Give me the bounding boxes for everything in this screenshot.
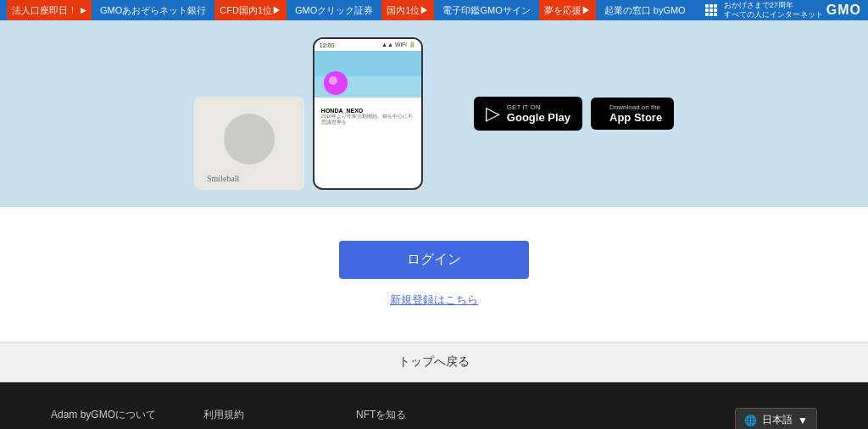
svg-point-3 [240,127,247,134]
top-nav: 法人口座即日！ ▶ GMOあおぞらネット銀行 CFD国内1位▶ GMOクリック証… [0,0,868,20]
footer-grid: Adam byGMOについて ヘルプ お問い合わせ NFTを出品(個人) NFT… [51,408,817,429]
svg-point-2 [232,116,266,153]
grid-icon [705,4,717,16]
footer-link-nft-learn[interactable]: NFTを知る [356,408,458,422]
nav-item-houjin[interactable]: 法人口座即日！ ▶ [7,0,92,20]
footer: Adam byGMOについて ヘルプ お問い合わせ NFTを出品(個人) NFT… [0,382,868,429]
hero-images: Smileball 12:00 ▲▲ WiFi 🔋 HONDA_NEXO 201… [194,37,423,190]
svg-point-1 [225,111,273,159]
register-link[interactable]: 新規登録はこちら [390,292,478,308]
svg-line-7 [259,122,265,129]
svg-point-13 [329,76,337,85]
google-play-icon: ▷ [486,103,500,125]
footer-col-4: 🌐 日本語 ▼ GMO GlobalSign secure 🔒 最大の [475,408,817,429]
nav-item-domestic[interactable]: 国内1位▶ [381,0,434,20]
gmo-logo-text: GMO [826,3,861,18]
phone-profile-bg [314,51,421,98]
footer-link-terms[interactable]: 利用規約 [203,408,339,422]
footer-col-2: 利用規約 特定商取引法に基づく表記 [203,408,339,429]
nav-item-startup[interactable]: 起業の窓口 byGMO [599,0,691,20]
phone-status-bar: 12:00 ▲▲ WiFi 🔋 [314,39,421,51]
svg-text:Smileball: Smileball [198,180,226,187]
nav-item-sign[interactable]: 電子印鑑GMOサイン [437,0,535,20]
google-play-button[interactable]: ▷ GET IT ON Google Play [474,97,582,131]
gmo-logo-top: おかげさまで27周年すべての人にインターネット GMO [724,1,861,20]
nav-item-dream[interactable]: 夢を応援▶ [539,0,596,20]
language-selector[interactable]: 🌐 日本語 ▼ [735,408,817,429]
hero-section: Smileball 12:00 ▲▲ WiFi 🔋 HONDA_NEXO 201… [0,20,868,207]
nav-item-click[interactable]: GMOクリック証券 [290,0,378,20]
svg-line-5 [230,122,236,129]
nav-item-aozora[interactable]: GMOあおぞらネット銀行 [95,0,211,20]
top-nav-right: おかげさまで27周年すべての人にインターネット GMO [705,1,861,20]
back-to-top[interactable]: トップへ戻る [0,342,868,382]
hero-phone-mockup: 12:00 ▲▲ WiFi 🔋 HONDA_NEXO 2016年より作家活動開始… [313,37,423,190]
nav-item-cfd[interactable]: CFD国内1位▶ [214,0,287,20]
svg-point-4 [252,127,259,134]
chevron-down-icon: ▼ [798,415,808,426]
footer-col-3: NFTを知る [356,408,458,429]
phone-info: HONDA_NEXO 2016年より作家活動開始。猫を中心に不思議世界を [314,98,421,129]
login-button[interactable]: ログイン [339,241,529,279]
hero-art-image: Smileball [194,97,304,190]
app-store-button[interactable]: Download on the App Store [591,98,674,130]
login-section: ログイン 新規登録はこちら [0,207,868,342]
footer-link-about[interactable]: Adam byGMOについて [51,408,186,422]
app-buttons: ▷ GET IT ON Google Play Download on the … [474,97,674,131]
globe-icon: 🌐 [744,415,757,426]
svg-rect-0 [194,97,304,190]
gmo-tagline: おかげさまで27周年すべての人にインターネット [724,1,823,20]
footer-col-1: Adam byGMOについて ヘルプ お問い合わせ NFTを出品(個人) NFT… [51,408,186,429]
svg-line-8 [255,120,260,128]
svg-line-6 [235,120,240,128]
